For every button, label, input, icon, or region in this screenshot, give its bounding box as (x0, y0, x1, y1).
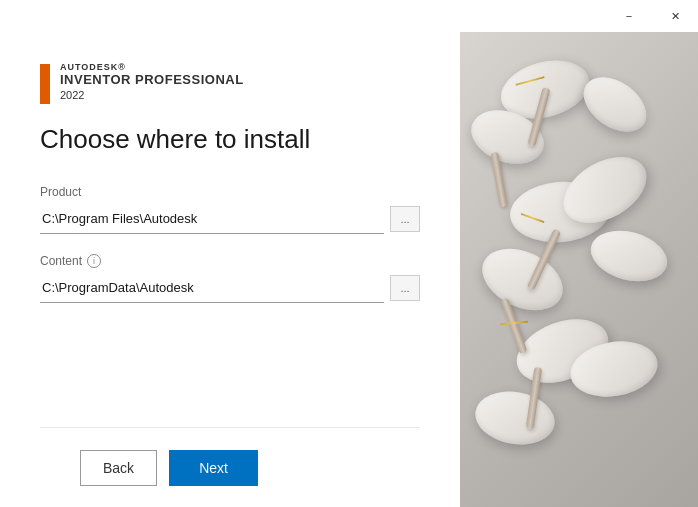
minimize-button[interactable]: − (606, 0, 652, 32)
shape-4 (472, 237, 572, 323)
next-button[interactable]: Next (169, 450, 258, 486)
shape-9 (585, 223, 673, 290)
title-bar: − ✕ (0, 0, 698, 32)
product-path-input[interactable] (40, 204, 384, 234)
shape-6 (471, 385, 559, 450)
bottom-bar: Back Next (40, 427, 420, 507)
content-field-row: ... (40, 273, 420, 303)
decorative-image (460, 32, 698, 507)
product-browse-button[interactable]: ... (390, 206, 420, 232)
main-content: AUTODESK® INVENTOR PROFESSIONAL 2022 Cho… (0, 32, 698, 507)
content-path-input[interactable] (40, 273, 384, 303)
content-browse-button[interactable]: ... (390, 275, 420, 301)
product-field-row: ... (40, 204, 420, 234)
title-bar-buttons: − ✕ (606, 0, 698, 32)
logo-autodesk: AUTODESK® (60, 62, 244, 72)
left-panel: AUTODESK® INVENTOR PROFESSIONAL 2022 Cho… (0, 32, 460, 507)
logo-area: AUTODESK® INVENTOR PROFESSIONAL 2022 (40, 32, 420, 124)
page-title: Choose where to install (40, 124, 420, 155)
logo-product: INVENTOR PROFESSIONAL (60, 72, 244, 88)
content-info-icon[interactable]: i (87, 254, 101, 268)
content-field-group: Content i ... (40, 254, 420, 303)
right-panel (460, 32, 698, 507)
form-section: Product ... Content i ... (40, 185, 420, 427)
close-button[interactable]: ✕ (652, 0, 698, 32)
product-field-group: Product ... (40, 185, 420, 234)
autodesk-logo-icon (40, 64, 50, 104)
back-button[interactable]: Back (80, 450, 157, 486)
logo-year: 2022 (60, 89, 244, 101)
content-label: Content i (40, 254, 420, 268)
window-frame: − ✕ AUTODESK® INVENTOR PROFESSIONAL 2022… (0, 0, 698, 507)
logo-text: AUTODESK® INVENTOR PROFESSIONAL 2022 (60, 62, 244, 101)
product-label: Product (40, 185, 420, 199)
